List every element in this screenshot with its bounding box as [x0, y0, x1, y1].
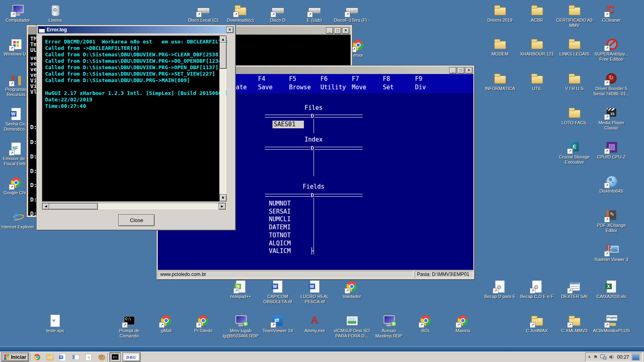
desktop-icon-capicom-obsoleta-rtf[interactable]: CAPICOM OBSOLETA.rtf	[259, 280, 296, 304]
desktop-icon-teamviewer-14[interactable]: ↗TeamViewer 14	[259, 314, 296, 333]
desktop-icon-v-i-r-u-s[interactable]: V I R U S	[556, 72, 593, 91]
desktop-icon-ammy-exe[interactable]: Ammy.exe	[296, 314, 333, 333]
quick-launch-chrome[interactable]	[33, 353, 41, 362]
flag-icon[interactable]: ⚑	[593, 354, 598, 360]
menu-key-F6[interactable]: F6	[320, 75, 328, 82]
scroll-down-icon[interactable]: ▼	[219, 194, 227, 202]
close-icon[interactable]: ×	[226, 27, 233, 33]
show-desktop-icon[interactable]	[632, 354, 640, 361]
desktop-icon-acesso-maxlimp-rdp[interactable]: Acesso Maxlimp.RDP	[370, 314, 407, 339]
desktop-icon-loto-facil[interactable]: LOTO FACIL	[556, 106, 593, 125]
desktop-icon-vicmsufdest-so-para-fora-d[interactable]: vICMSUFDest SO PARA FORA D...	[333, 314, 370, 339]
scrollbar-thumb[interactable]	[219, 42, 227, 69]
menu-item-browse[interactable]: Browse	[289, 84, 311, 91]
desktop-icon-becap-d-para-e[interactable]: ↗Becap D para E	[481, 280, 518, 299]
horizontal-scrollbar[interactable]: ◄ ►	[42, 203, 226, 209]
scrollbar-thumb[interactable]	[49, 203, 98, 210]
desktop-icon-gmail[interactable]: ↗gMail	[148, 314, 185, 333]
menu-key-F8[interactable]: F8	[383, 75, 390, 82]
menu-key-F5[interactable]: F5	[289, 75, 296, 82]
menu-key-F9[interactable]: F9	[415, 75, 422, 82]
scroll-right-icon[interactable]: ►	[219, 203, 226, 210]
desktop-icon-cpuid-cpu-z[interactable]: ↗CPUID CPU-Z	[593, 140, 630, 160]
close-icon[interactable]: ×	[465, 67, 473, 74]
desktop-icon-bol[interactable]: ↗BOL	[407, 314, 444, 333]
desktop-icon-diskinfo64s[interactable]: ↗DiskInfo64S	[593, 174, 630, 194]
desktop-icon-c-xmlmax[interactable]: ↗C XmlMAX	[518, 314, 555, 333]
quick-launch-palette[interactable]	[97, 353, 106, 362]
quick-launch-folder[interactable]	[45, 353, 54, 362]
desktop-icon-crucial-storage-executive[interactable]: ↗Crucial Storage Executive	[556, 140, 593, 165]
vertical-scrollbar[interactable]: ▲ ▼	[219, 36, 226, 202]
desktop-icon-validador[interactable]: ↗Validador	[333, 280, 370, 299]
field-valicm[interactable]: VALICM	[269, 247, 291, 255]
desktop-icon-xharbour-121[interactable]: XHARBOUR 121	[518, 37, 555, 57]
task-button-cmd[interactable]: C:\	[109, 352, 121, 362]
desktop-icon-maioria[interactable]: ↗Maioria	[444, 314, 481, 333]
error-log-titlebar[interactable]: Error.log ×	[38, 26, 234, 33]
desktop-icon-media-player-classic[interactable]: ↗Media Player Classic	[593, 106, 630, 131]
minimize-icon[interactable]: _	[326, 27, 333, 34]
field-totnot[interactable]: TOTNOT	[269, 232, 291, 239]
desktop-icon-util[interactable]: UTIL	[518, 72, 555, 91]
field-alqicm[interactable]: ALQICM	[269, 240, 291, 247]
desktop-icon-pctoledo[interactable]: ↗PcToledo	[185, 314, 222, 333]
maximize-icon[interactable]: □	[457, 67, 464, 74]
field-numcli[interactable]: NUMCLI	[269, 216, 291, 223]
task-button-dbu[interactable]: DBU	[122, 352, 140, 362]
desktop-icon-radmin-viewer-3[interactable]: ↗Radmin Viewer 3	[593, 243, 630, 262]
desktop-icon-informatica[interactable]: INFORMATICA	[481, 72, 518, 91]
desktop-icon-lixeira[interactable]: Lixeira	[37, 3, 74, 23]
minimize-icon[interactable]: _	[449, 67, 456, 74]
desktop-icon-becap-c-d-e-e-f[interactable]: ↗Becap C,D E e F	[518, 280, 555, 299]
menu-key-F4[interactable]: F4	[258, 75, 265, 82]
desktop-icon-pdf-xchange-editor[interactable]: ↗PDF-XChange Editor	[593, 208, 630, 233]
field-datemi[interactable]: DATEMI	[269, 224, 291, 231]
volume-icon[interactable]	[609, 354, 615, 360]
menu-item-save[interactable]: Save	[258, 84, 272, 91]
desktop-icon-prompt-de-comando[interactable]: ↗Prompt de Comando	[111, 314, 148, 339]
quick-launch-word[interactable]	[58, 353, 67, 362]
desktop-icon-certificado-a3-mmv[interactable]: CERTIFICADO A3 MMV	[556, 3, 593, 28]
menu-item-partial[interactable]: ate	[236, 84, 247, 91]
card-icon	[72, 353, 80, 361]
menu-item-utility[interactable]: Utility	[320, 84, 346, 91]
close-button[interactable]: Close	[118, 214, 155, 226]
quick-launch-card[interactable]	[71, 353, 80, 362]
field-numnot[interactable]: NUMNOT	[269, 200, 291, 207]
hidden-icons-chevron-icon[interactable]: «	[587, 356, 592, 358]
desktop-icon-disco-d[interactable]: ↗Disco D	[259, 3, 296, 23]
desktop-icon-disco-local-c[interactable]: ↗Disco Local (C)	[185, 3, 222, 23]
desktop-icon-modem[interactable]: MODEM	[481, 37, 518, 57]
desktop-icon-acbrmonitorplus[interactable]: ↗ACBrMonitorPLUS	[593, 314, 630, 333]
menu-key-F7[interactable]: F7	[352, 75, 359, 82]
desktop-icon-e-usb[interactable]: ↗E (Usb)	[296, 3, 333, 23]
desktop-icon-notepad[interactable]: ↗notepad++	[222, 280, 259, 299]
clock[interactable]: 00:27	[617, 354, 629, 360]
desktop-icon-dexter-sai[interactable]: ↗DEXTER SAI	[556, 280, 593, 299]
field-sersai[interactable]: SERSAI	[269, 208, 291, 215]
desktop-icon-links-legais[interactable]: LINKS LEGAIS	[556, 37, 593, 57]
selected-file[interactable]: SAES01	[272, 121, 304, 128]
maximize-icon[interactable]: □	[334, 27, 341, 34]
desktop-icon-computador[interactable]: ↗Computador	[0, 3, 36, 23]
desktop-icon-caixa2018-xls[interactable]: CAIXA2018.xls	[593, 280, 630, 299]
desktop-icon-lucro-real-pesca-rtf[interactable]: LUCRO REAL PESCA.rtf	[296, 280, 333, 304]
desktop-icon-driver-booster-5-serial-74d8e-01[interactable]: ↗Driver Booster 5 Serial 74D8E-01...	[593, 72, 630, 97]
desktop-icon-acbr[interactable]: ACBR	[518, 3, 555, 23]
desktop-icon-c-xmlmmv3[interactable]: ↗C XMLMMV3	[556, 314, 593, 333]
desktop-icon-superantispy-free-edition[interactable]: ↗SUPERAntiSpy... Free Edition	[593, 37, 630, 62]
desktop-icon-mmv-lugab-lg-b503466-rdp[interactable]: Mmv lugab lg@b503466.RDP	[222, 314, 259, 339]
network-icon[interactable]	[600, 354, 607, 360]
desktop-icon-ccleaner[interactable]: ↗CCleaner	[593, 3, 630, 23]
start-button[interactable]: Iniciar	[1, 352, 29, 362]
menu-item-div[interactable]: Div	[415, 84, 426, 91]
desktop-icon-drivers-2019[interactable]: Drivers 2019	[481, 3, 518, 23]
menu-item-move[interactable]: Move	[352, 84, 366, 91]
desktop-icon-teste-xps[interactable]: teste.xps	[37, 314, 74, 333]
quick-launch-edit[interactable]	[84, 353, 93, 362]
desktop-icon-downloads-c[interactable]: ↗Downloads(c)	[222, 3, 259, 23]
desktop-icon-discof-1tera-f[interactable]: ↗DiscoF-1Tera (F) -	[333, 3, 370, 23]
close-icon[interactable]: ×	[342, 27, 349, 34]
menu-item-set[interactable]: Set	[383, 84, 394, 91]
